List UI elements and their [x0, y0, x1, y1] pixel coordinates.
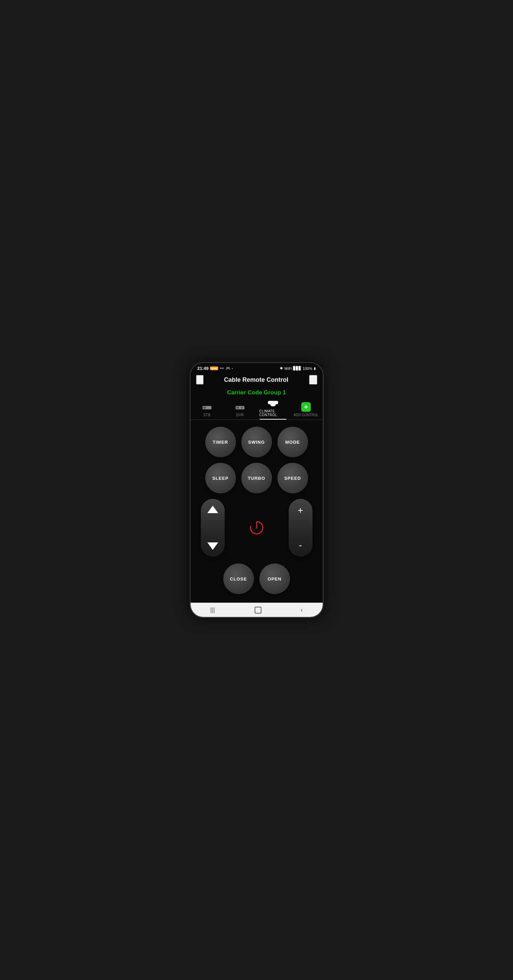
nav-bar: ||| ‹: [191, 603, 323, 617]
status-bar: 21:49 wear 👓 🎮 • ✱ WiFi ▊▊▊ 100% ▮: [191, 363, 323, 372]
stb-icon: [202, 404, 212, 412]
climate-icon: [268, 401, 279, 408]
tab-stb[interactable]: STB: [191, 403, 224, 420]
status-left: 21:49 wear 👓 🎮 •: [198, 366, 233, 371]
mode-button[interactable]: MODE: [277, 427, 308, 457]
status-icon-2: 🎮: [226, 366, 231, 371]
back-button[interactable]: ‹: [301, 606, 303, 614]
svg-rect-1: [203, 407, 206, 409]
back-icon: ‹: [301, 606, 303, 614]
phone-frame: 21:49 wear 👓 🎮 • ✱ WiFi ▊▊▊ 100% ▮ ☰ Cab…: [190, 362, 324, 618]
add-control-icon: +: [301, 402, 311, 412]
turbo-button[interactable]: TURBO: [241, 463, 272, 493]
center-section: + -: [194, 499, 319, 557]
tab-climate[interactable]: CLIMATE CONTROL: [256, 399, 290, 420]
hamburger-button[interactable]: ☰: [196, 375, 204, 385]
svg-rect-3: [236, 407, 239, 409]
svg-point-4: [241, 407, 243, 409]
tabs-container: STB DVR CLIMATE CONTROL: [191, 399, 323, 420]
timer-button[interactable]: TIMER: [205, 427, 236, 457]
plus-minus-button[interactable]: + -: [289, 499, 312, 557]
home-icon: [255, 607, 261, 614]
power-button[interactable]: [247, 517, 267, 538]
status-time: 21:49: [198, 366, 209, 371]
remote-content: TIMER SWING MODE SLEEP TURBO SPEED: [191, 420, 323, 603]
up-down-button[interactable]: [201, 499, 225, 557]
tab-add-control[interactable]: + ADD CONTROL: [290, 401, 323, 420]
svg-rect-5: [268, 401, 278, 404]
battery-icon: 100%: [303, 366, 312, 371]
bluetooth-icon: ✱: [280, 366, 283, 371]
recent-apps-icon: |||: [210, 606, 215, 614]
wear-badge: wear: [210, 366, 218, 370]
signal-icon: ▊▊▊: [293, 366, 301, 371]
dvr-icon: [235, 404, 245, 412]
stb-label: STB: [204, 413, 211, 417]
svg-rect-7: [271, 406, 275, 406]
wifi-icon: WiFi: [284, 366, 292, 371]
button-row-1: TIMER SWING MODE: [194, 427, 319, 457]
tab-dvr[interactable]: DVR: [224, 403, 256, 420]
dvr-label: DVR: [236, 413, 244, 417]
group-title: Carrier Code Group 1: [191, 387, 323, 399]
add-control-label: ADD CONTROL: [294, 413, 319, 417]
sleep-button[interactable]: SLEEP: [205, 463, 236, 493]
dot-icon: •: [232, 367, 233, 370]
close-open-row: CLOSE OPEN: [223, 563, 290, 594]
minus-icon: -: [299, 540, 302, 550]
power-icon: [248, 519, 265, 536]
recent-apps-button[interactable]: |||: [210, 606, 215, 614]
status-icons-right: ✱ WiFi ▊▊▊ 100% ▮: [280, 366, 315, 371]
battery-full-icon: ▮: [314, 366, 316, 370]
button-row-2: SLEEP TURBO SPEED: [194, 463, 319, 493]
status-icon-1: 👓: [220, 366, 224, 371]
svg-rect-6: [270, 404, 276, 406]
plus-icon: +: [298, 506, 303, 515]
close-button[interactable]: CLOSE: [223, 563, 254, 594]
home-button[interactable]: [255, 607, 261, 614]
up-arrow-icon: [207, 506, 218, 513]
app-bar: ☰ Cable Remote Control ⋮: [191, 372, 323, 387]
climate-label: CLIMATE CONTROL: [260, 409, 287, 417]
speed-button[interactable]: SPEED: [277, 463, 308, 493]
app-title: Cable Remote Control: [224, 376, 288, 383]
swing-button[interactable]: SWING: [241, 427, 272, 457]
open-button[interactable]: OPEN: [260, 563, 290, 594]
down-arrow-icon: [207, 542, 218, 550]
more-button[interactable]: ⋮: [309, 375, 317, 385]
